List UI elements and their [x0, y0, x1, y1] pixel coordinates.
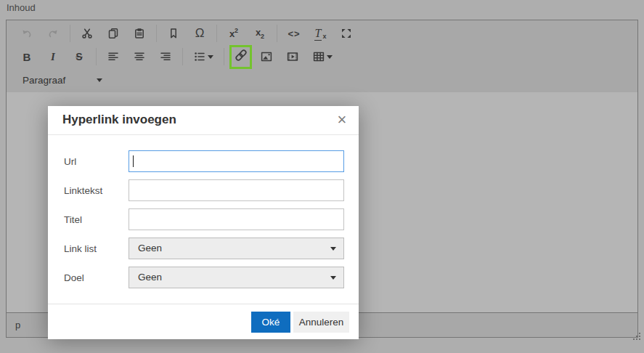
- title-input[interactable]: [129, 208, 344, 230]
- format-select[interactable]: Paragraaf: [23, 69, 102, 91]
- content-field-label: Inhoud: [7, 2, 36, 13]
- align-left-button[interactable]: [100, 47, 126, 66]
- url-label: Url: [64, 156, 76, 167]
- clear-formatting-button[interactable]: Tx: [307, 24, 333, 43]
- cut-button[interactable]: [74, 24, 100, 43]
- bookmark-icon: [167, 27, 180, 40]
- editor-toolbar: Ω x2 x2 <>: [7, 20, 637, 94]
- linktext-input[interactable]: [129, 179, 344, 201]
- table-icon: [312, 50, 325, 63]
- toolbar-separator: [216, 25, 217, 42]
- ok-button[interactable]: Oké: [251, 312, 290, 333]
- clear-formatting-icon: Tx: [314, 27, 327, 41]
- chevron-down-icon: [327, 55, 333, 59]
- align-right-button[interactable]: [152, 47, 179, 66]
- bullet-list-button[interactable]: [187, 47, 220, 66]
- insert-media-button[interactable]: [280, 47, 306, 66]
- bold-button[interactable]: B: [14, 47, 40, 66]
- special-character-button[interactable]: Ω: [187, 24, 213, 43]
- toolbar-separator: [224, 48, 224, 65]
- chevron-down-icon: [208, 55, 213, 59]
- text-cursor: [133, 155, 134, 167]
- image-icon: [260, 50, 273, 63]
- table-button[interactable]: [306, 47, 339, 66]
- strikethrough-icon: S: [76, 51, 82, 62]
- redo-icon: [46, 27, 60, 40]
- fullscreen-icon: [340, 27, 353, 40]
- linktext-field-row: Linktekst: [64, 179, 343, 201]
- url-field-row: Url: [64, 150, 343, 172]
- subscript-button[interactable]: x2: [247, 24, 273, 43]
- target-select[interactable]: Geen: [129, 267, 344, 288]
- align-center-icon: [133, 50, 146, 63]
- bold-icon: B: [23, 51, 31, 63]
- toolbar-separator: [70, 25, 70, 42]
- chevron-down-icon: [97, 78, 102, 82]
- link-list-select-value: Geen: [138, 238, 162, 259]
- dialog-header: Hyperlink invoegen ×: [48, 106, 359, 135]
- code-icon: <>: [288, 28, 300, 39]
- italic-button[interactable]: I: [40, 47, 66, 66]
- strikethrough-button[interactable]: S: [66, 47, 92, 66]
- link-list-label: Link list: [64, 243, 97, 254]
- undo-icon: [20, 27, 33, 40]
- fullscreen-button[interactable]: [333, 24, 359, 43]
- linktext-label: Linktekst: [64, 185, 102, 196]
- media-icon: [286, 50, 299, 63]
- paste-icon: [133, 27, 146, 40]
- align-left-icon: [107, 50, 120, 63]
- paste-button[interactable]: [126, 24, 152, 43]
- element-path[interactable]: p: [15, 313, 20, 337]
- title-field-row: Titel: [64, 208, 343, 230]
- redo-button[interactable]: [40, 24, 66, 43]
- align-center-button[interactable]: [126, 47, 152, 66]
- subscript-icon: x2: [256, 27, 264, 40]
- insert-image-button[interactable]: [253, 47, 280, 66]
- dialog-footer: Oké Annuleren: [48, 304, 359, 339]
- target-select-value: Geen: [138, 267, 162, 288]
- toolbar-row-2: B I S: [7, 45, 637, 68]
- page: Inhoud: [0, 0, 644, 353]
- toolbar-separator: [277, 25, 277, 42]
- chevron-down-icon: [330, 247, 336, 251]
- dialog-title: Hyperlink invoegen: [62, 113, 176, 127]
- link-list-field-row: Link list Geen: [64, 238, 343, 259]
- toolbar-separator: [182, 48, 183, 65]
- italic-icon: I: [51, 51, 55, 63]
- chevron-down-icon: [330, 276, 336, 280]
- toolbar-row-1: Ω x2 x2 <>: [7, 22, 637, 45]
- link-icon: [234, 48, 248, 65]
- format-select-value: Paragraaf: [23, 75, 65, 86]
- copy-icon: [107, 27, 120, 40]
- resize-handle-icon[interactable]: [633, 333, 635, 334]
- link-list-select[interactable]: Geen: [129, 238, 344, 259]
- target-field-row: Doel Geen: [64, 267, 343, 288]
- align-right-icon: [159, 50, 172, 63]
- toolbar-separator: [156, 25, 157, 42]
- target-label: Doel: [64, 272, 84, 283]
- copy-button[interactable]: [100, 24, 126, 43]
- omega-icon: Ω: [195, 26, 205, 41]
- close-icon[interactable]: ×: [333, 109, 351, 131]
- source-code-button[interactable]: <>: [281, 24, 307, 43]
- superscript-button[interactable]: x2: [221, 24, 247, 43]
- insert-link-button[interactable]: [229, 45, 252, 69]
- title-label: Titel: [64, 214, 82, 225]
- cancel-button[interactable]: Annuleren: [293, 312, 349, 333]
- undo-button[interactable]: [14, 24, 40, 43]
- superscript-icon: x2: [229, 28, 238, 39]
- bullet-list-icon: [193, 50, 206, 63]
- anchor-button[interactable]: [160, 24, 187, 43]
- scissors-icon: [81, 27, 94, 40]
- insert-link-dialog: Hyperlink invoegen × Url Linktekst Titel…: [48, 106, 359, 339]
- toolbar-row-3: Paragraaf: [7, 68, 637, 92]
- toolbar-separator: [96, 48, 97, 65]
- url-input[interactable]: [129, 150, 344, 172]
